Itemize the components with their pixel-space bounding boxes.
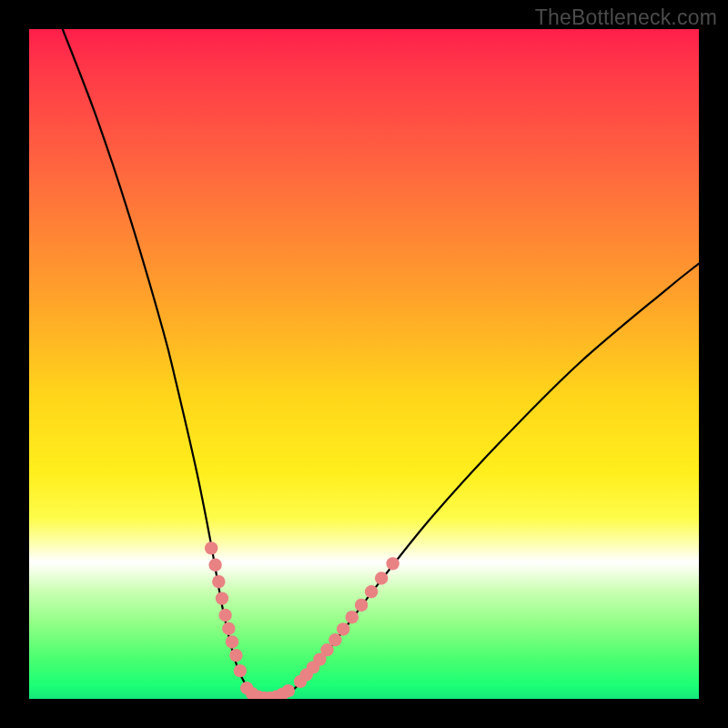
curve-layer (29, 29, 699, 699)
watermark-label: TheBottleneck.com (535, 5, 717, 30)
data-dot (355, 599, 368, 612)
data-dot (365, 585, 378, 598)
data-dot (229, 649, 242, 662)
data-dot (212, 575, 225, 588)
data-dot (386, 557, 399, 570)
dot-cluster-layer (205, 541, 399, 699)
data-dot (375, 571, 388, 584)
data-dot (218, 609, 231, 622)
data-dot (216, 592, 228, 604)
data-dot (329, 633, 341, 646)
bottleneck-curve (63, 29, 699, 699)
data-dot (234, 664, 247, 677)
data-dot (222, 622, 235, 635)
data-dot (205, 541, 217, 554)
data-dot (337, 622, 349, 635)
chart-frame: TheBottleneck.com (0, 0, 728, 728)
data-dot (346, 611, 359, 623)
data-dot (208, 559, 221, 571)
plot-area (29, 29, 699, 699)
data-dot (282, 684, 295, 697)
data-dot (226, 635, 238, 648)
